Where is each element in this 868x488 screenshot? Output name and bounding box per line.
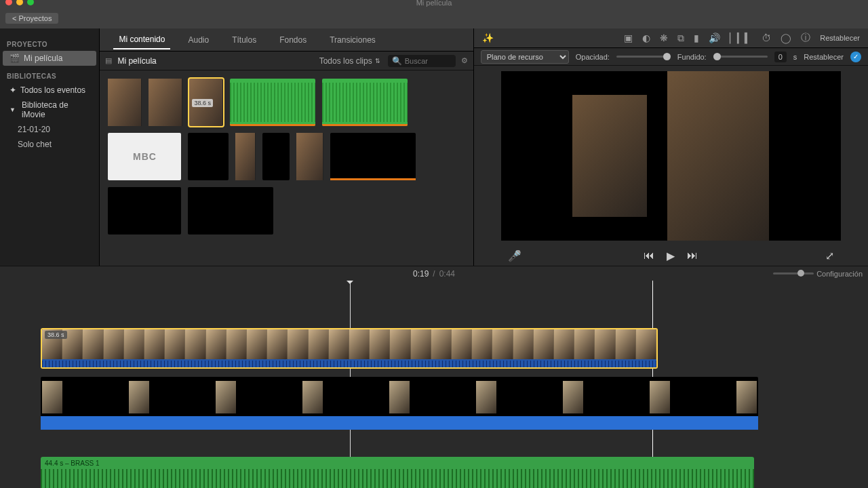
total-time: 0:44 bbox=[439, 269, 455, 279]
pip-video-thumb bbox=[572, 95, 647, 217]
equalizer-icon[interactable]: ▏▎▍ bbox=[730, 33, 752, 43]
sidebar-head-project: PROYECTO bbox=[0, 38, 99, 51]
list-view-icon[interactable]: ▤ bbox=[105, 56, 112, 65]
clip-thumb[interactable] bbox=[188, 187, 273, 235]
fade-slider[interactable] bbox=[713, 56, 768, 58]
star-icon: ✦ bbox=[9, 85, 16, 95]
clip-thumb[interactable] bbox=[149, 79, 182, 126]
chevron-down-icon: ▼ bbox=[9, 106, 16, 113]
play-button[interactable]: ▶ bbox=[667, 249, 675, 262]
timeline[interactable]: 38.6 s 44.4 s – BRASS 1 bbox=[0, 281, 868, 488]
tab-titles[interactable]: Títulos bbox=[226, 31, 262, 49]
top-toolbar: < Proyectos bbox=[0, 8, 868, 28]
filter-icon[interactable]: ◯ bbox=[781, 33, 791, 43]
clip-thumb[interactable] bbox=[296, 133, 323, 180]
color-wheel-icon[interactable]: ❋ bbox=[660, 33, 668, 43]
pip-duration-badge: 38.6 s bbox=[45, 331, 67, 339]
timeline-zoom-slider[interactable] bbox=[773, 272, 814, 274]
stabilize-icon[interactable]: ▮ bbox=[694, 33, 699, 43]
time-indicator-bar: 0:19 / 0:44 Configuración bbox=[0, 266, 868, 281]
speed-icon[interactable]: ⏱ bbox=[762, 33, 771, 43]
tab-transitions[interactable]: Transiciones bbox=[324, 31, 381, 49]
clip-grid: 38.6 s MBC bbox=[100, 70, 473, 266]
audio-clip-thumb[interactable] bbox=[230, 79, 315, 126]
back-to-projects-button[interactable]: < Proyectos bbox=[5, 13, 58, 24]
overlay-controls: Plano de recurso Opacidad: Fundido: 0 s … bbox=[474, 48, 868, 66]
reset-button[interactable]: Restablecer bbox=[820, 34, 860, 42]
overlay-icon[interactable]: ▣ bbox=[624, 33, 633, 43]
opacity-slider[interactable] bbox=[616, 56, 671, 58]
clip-thumb[interactable] bbox=[330, 133, 416, 180]
sidebar-head-libraries: BIBLIOTECAS bbox=[0, 70, 99, 83]
close-button[interactable] bbox=[5, 0, 12, 5]
settings-wheel-icon[interactable]: ⚙ bbox=[461, 56, 468, 65]
sidebar-item-label: Todos los eventos bbox=[20, 85, 85, 95]
preview-toolbar: ✨ ▣ ◐ ❋ ⧉ ▮ 🔊 ▏▎▍ ⏱ ◯ ⓘ Restablecer bbox=[474, 28, 868, 48]
audio-clip-thumb[interactable] bbox=[322, 79, 408, 126]
magic-wand-icon[interactable]: ✨ bbox=[482, 33, 494, 43]
search-field[interactable]: 🔍 bbox=[388, 55, 456, 67]
sidebar: PROYECTO 🎬 Mi película BIBLIOTECAS ✦ Tod… bbox=[0, 28, 100, 266]
browser-tabs: Mi contenido Audio Títulos Fondos Transi… bbox=[100, 28, 473, 52]
clip-thumb[interactable] bbox=[108, 187, 181, 235]
next-button[interactable]: ⏭ bbox=[687, 249, 698, 262]
minimize-button[interactable] bbox=[16, 0, 23, 5]
prev-button[interactable]: ⏮ bbox=[644, 249, 654, 262]
tab-backgrounds[interactable]: Fondos bbox=[274, 31, 312, 49]
opacity-label: Opacidad: bbox=[576, 53, 610, 61]
preview-viewport[interactable] bbox=[501, 71, 841, 241]
zoom-button[interactable] bbox=[27, 0, 34, 5]
filter-label: Todos los clips bbox=[319, 56, 372, 66]
titlebar: Mi película bbox=[0, 0, 868, 8]
clip-thumb[interactable] bbox=[235, 133, 256, 180]
crop-icon[interactable]: ⧉ bbox=[677, 33, 684, 44]
clip-filter-dropdown[interactable]: Todos los clips ⇅ bbox=[319, 56, 382, 66]
fade-label: Fundido: bbox=[677, 53, 707, 61]
sidebar-item-event-210120[interactable]: 21-01-20 bbox=[0, 122, 99, 137]
browser-project-name: Mi película bbox=[117, 56, 156, 66]
color-balance-icon[interactable]: ◐ bbox=[642, 33, 650, 43]
browser-toolbar: ▤ Mi película Todos los clips ⇅ 🔍 ⚙ bbox=[100, 52, 473, 70]
tab-audio[interactable]: Audio bbox=[182, 31, 214, 49]
pip-video-track[interactable]: 38.6 s bbox=[41, 328, 658, 369]
sidebar-item-project[interactable]: 🎬 Mi película bbox=[3, 51, 96, 66]
sidebar-item-imovie-lib[interactable]: ▼ Biblioteca de iMovie bbox=[0, 98, 99, 122]
clip-duration-badge: 38.6 s bbox=[192, 99, 213, 107]
main-video-track[interactable] bbox=[41, 377, 758, 430]
sidebar-item-event-solochet[interactable]: Solo chet bbox=[0, 137, 99, 152]
audio-clip-label: 44.4 s – BRASS 1 bbox=[45, 460, 100, 467]
clip-thumb[interactable] bbox=[188, 133, 229, 180]
sidebar-item-label: Biblioteca de iMovie bbox=[22, 100, 93, 119]
voiceover-mic-icon[interactable]: 🎤 bbox=[508, 249, 521, 262]
fade-unit: s bbox=[793, 53, 797, 61]
info-icon[interactable]: ⓘ bbox=[801, 32, 810, 44]
overlay-mode-select[interactable]: Plano de recurso bbox=[481, 50, 569, 64]
current-time: 0:19 bbox=[413, 269, 429, 279]
tab-my-content[interactable]: Mi contenido bbox=[113, 30, 170, 49]
apply-check-icon[interactable]: ✓ bbox=[850, 52, 861, 62]
timeline-settings-button[interactable]: Configuración bbox=[816, 270, 863, 278]
media-browser: Mi contenido Audio Títulos Fondos Transi… bbox=[100, 28, 473, 266]
clip-thumb[interactable] bbox=[262, 133, 290, 180]
search-input[interactable] bbox=[405, 57, 452, 65]
sidebar-project-label: Mi película bbox=[24, 54, 62, 63]
reset-overlay-button[interactable]: Restablecer bbox=[804, 53, 844, 61]
fullscreen-icon[interactable]: ⤢ bbox=[825, 249, 834, 262]
main-video-thumb bbox=[667, 71, 769, 241]
sidebar-item-all-events[interactable]: ✦ Todos los eventos bbox=[0, 83, 99, 98]
time-sep: / bbox=[433, 269, 435, 279]
fade-value: 0 bbox=[774, 52, 787, 62]
window-title: Mi película bbox=[416, 0, 452, 7]
clip-thumb[interactable] bbox=[108, 79, 142, 126]
image-clip-thumb[interactable]: MBC bbox=[108, 133, 181, 180]
preview-panel: ✨ ▣ ◐ ❋ ⧉ ▮ 🔊 ▏▎▍ ⏱ ◯ ⓘ Restablecer Plan… bbox=[473, 28, 868, 266]
clapper-icon: 🎬 bbox=[9, 54, 20, 63]
playback-controls: 🎤 ⏮ ▶ ⏭ ⤢ bbox=[474, 246, 868, 266]
clip-thumb-selected[interactable]: 38.6 s bbox=[189, 79, 223, 126]
volume-icon[interactable]: 🔊 bbox=[709, 33, 720, 43]
chevron-updown-icon: ⇅ bbox=[375, 58, 380, 64]
audio-track[interactable]: 44.4 s – BRASS 1 bbox=[41, 457, 754, 488]
search-icon: 🔍 bbox=[392, 56, 402, 66]
